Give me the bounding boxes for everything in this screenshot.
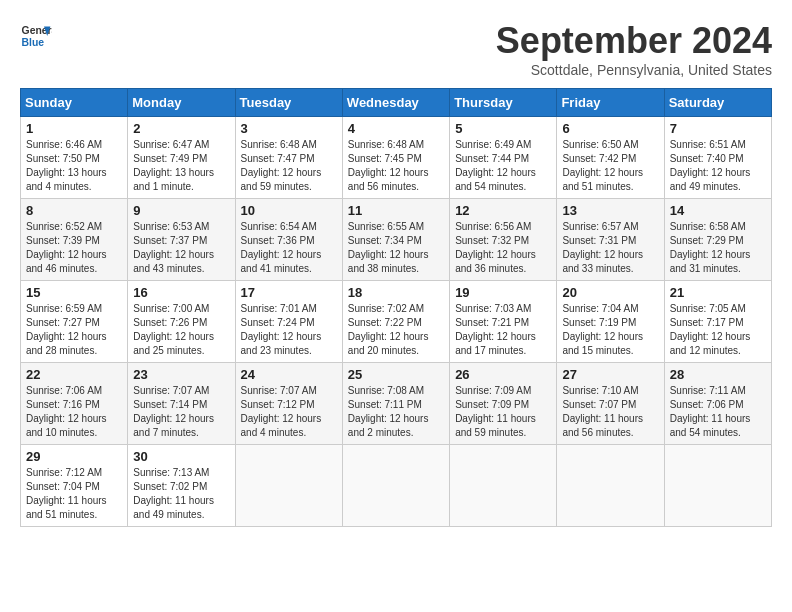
day-info: Sunrise: 6:58 AMSunset: 7:29 PMDaylight:… [670,220,766,276]
calendar-cell [235,445,342,527]
day-number: 10 [241,203,337,218]
day-number: 6 [562,121,658,136]
day-number: 27 [562,367,658,382]
calendar-cell: 1Sunrise: 6:46 AMSunset: 7:50 PMDaylight… [21,117,128,199]
calendar-cell: 17Sunrise: 7:01 AMSunset: 7:24 PMDayligh… [235,281,342,363]
day-number: 24 [241,367,337,382]
calendar-cell: 12Sunrise: 6:56 AMSunset: 7:32 PMDayligh… [450,199,557,281]
day-info: Sunrise: 7:07 AMSunset: 7:12 PMDaylight:… [241,384,337,440]
calendar-week-row: 22Sunrise: 7:06 AMSunset: 7:16 PMDayligh… [21,363,772,445]
day-header-saturday: Saturday [664,89,771,117]
day-info: Sunrise: 6:52 AMSunset: 7:39 PMDaylight:… [26,220,122,276]
day-number: 17 [241,285,337,300]
calendar-cell: 3Sunrise: 6:48 AMSunset: 7:47 PMDaylight… [235,117,342,199]
day-info: Sunrise: 7:13 AMSunset: 7:02 PMDaylight:… [133,466,229,522]
calendar-week-row: 8Sunrise: 6:52 AMSunset: 7:39 PMDaylight… [21,199,772,281]
calendar-week-row: 15Sunrise: 6:59 AMSunset: 7:27 PMDayligh… [21,281,772,363]
day-number: 12 [455,203,551,218]
day-number: 16 [133,285,229,300]
logo-icon: General Blue [20,20,52,52]
day-number: 14 [670,203,766,218]
day-number: 8 [26,203,122,218]
day-info: Sunrise: 6:48 AMSunset: 7:45 PMDaylight:… [348,138,444,194]
day-info: Sunrise: 6:59 AMSunset: 7:27 PMDaylight:… [26,302,122,358]
calendar-cell: 6Sunrise: 6:50 AMSunset: 7:42 PMDaylight… [557,117,664,199]
calendar-cell: 16Sunrise: 7:00 AMSunset: 7:26 PMDayligh… [128,281,235,363]
calendar-cell: 9Sunrise: 6:53 AMSunset: 7:37 PMDaylight… [128,199,235,281]
day-number: 9 [133,203,229,218]
day-info: Sunrise: 6:57 AMSunset: 7:31 PMDaylight:… [562,220,658,276]
calendar-cell [342,445,449,527]
day-info: Sunrise: 6:50 AMSunset: 7:42 PMDaylight:… [562,138,658,194]
calendar-cell: 5Sunrise: 6:49 AMSunset: 7:44 PMDaylight… [450,117,557,199]
title-block: September 2024 Scottdale, Pennsylvania, … [496,20,772,78]
day-info: Sunrise: 7:07 AMSunset: 7:14 PMDaylight:… [133,384,229,440]
day-number: 25 [348,367,444,382]
day-info: Sunrise: 7:08 AMSunset: 7:11 PMDaylight:… [348,384,444,440]
calendar-cell: 29Sunrise: 7:12 AMSunset: 7:04 PMDayligh… [21,445,128,527]
calendar-cell: 28Sunrise: 7:11 AMSunset: 7:06 PMDayligh… [664,363,771,445]
day-info: Sunrise: 6:48 AMSunset: 7:47 PMDaylight:… [241,138,337,194]
day-info: Sunrise: 7:02 AMSunset: 7:22 PMDaylight:… [348,302,444,358]
calendar-cell: 15Sunrise: 6:59 AMSunset: 7:27 PMDayligh… [21,281,128,363]
page-header: General Blue September 2024 Scottdale, P… [20,20,772,78]
day-number: 2 [133,121,229,136]
day-number: 18 [348,285,444,300]
location: Scottdale, Pennsylvania, United States [496,62,772,78]
day-number: 13 [562,203,658,218]
calendar-cell: 24Sunrise: 7:07 AMSunset: 7:12 PMDayligh… [235,363,342,445]
day-info: Sunrise: 6:51 AMSunset: 7:40 PMDaylight:… [670,138,766,194]
day-number: 28 [670,367,766,382]
logo: General Blue [20,20,52,52]
day-info: Sunrise: 7:11 AMSunset: 7:06 PMDaylight:… [670,384,766,440]
day-number: 4 [348,121,444,136]
day-number: 19 [455,285,551,300]
day-info: Sunrise: 6:56 AMSunset: 7:32 PMDaylight:… [455,220,551,276]
calendar-cell: 2Sunrise: 6:47 AMSunset: 7:49 PMDaylight… [128,117,235,199]
day-number: 30 [133,449,229,464]
calendar-body: 1Sunrise: 6:46 AMSunset: 7:50 PMDaylight… [21,117,772,527]
calendar-cell: 27Sunrise: 7:10 AMSunset: 7:07 PMDayligh… [557,363,664,445]
day-info: Sunrise: 7:05 AMSunset: 7:17 PMDaylight:… [670,302,766,358]
day-info: Sunrise: 7:01 AMSunset: 7:24 PMDaylight:… [241,302,337,358]
day-number: 15 [26,285,122,300]
day-info: Sunrise: 6:47 AMSunset: 7:49 PMDaylight:… [133,138,229,194]
calendar-cell [557,445,664,527]
day-number: 29 [26,449,122,464]
day-info: Sunrise: 7:03 AMSunset: 7:21 PMDaylight:… [455,302,551,358]
calendar-cell: 10Sunrise: 6:54 AMSunset: 7:36 PMDayligh… [235,199,342,281]
day-info: Sunrise: 7:12 AMSunset: 7:04 PMDaylight:… [26,466,122,522]
calendar-cell: 13Sunrise: 6:57 AMSunset: 7:31 PMDayligh… [557,199,664,281]
calendar-cell: 30Sunrise: 7:13 AMSunset: 7:02 PMDayligh… [128,445,235,527]
calendar-cell: 4Sunrise: 6:48 AMSunset: 7:45 PMDaylight… [342,117,449,199]
day-number: 23 [133,367,229,382]
calendar-cell: 22Sunrise: 7:06 AMSunset: 7:16 PMDayligh… [21,363,128,445]
calendar-cell: 23Sunrise: 7:07 AMSunset: 7:14 PMDayligh… [128,363,235,445]
day-number: 11 [348,203,444,218]
calendar-cell: 19Sunrise: 7:03 AMSunset: 7:21 PMDayligh… [450,281,557,363]
day-number: 1 [26,121,122,136]
day-info: Sunrise: 6:53 AMSunset: 7:37 PMDaylight:… [133,220,229,276]
day-number: 7 [670,121,766,136]
day-header-tuesday: Tuesday [235,89,342,117]
day-info: Sunrise: 6:46 AMSunset: 7:50 PMDaylight:… [26,138,122,194]
calendar-cell: 18Sunrise: 7:02 AMSunset: 7:22 PMDayligh… [342,281,449,363]
calendar-cell: 11Sunrise: 6:55 AMSunset: 7:34 PMDayligh… [342,199,449,281]
calendar-week-row: 29Sunrise: 7:12 AMSunset: 7:04 PMDayligh… [21,445,772,527]
day-number: 5 [455,121,551,136]
day-number: 3 [241,121,337,136]
svg-text:Blue: Blue [22,37,45,48]
day-header-monday: Monday [128,89,235,117]
calendar-cell: 26Sunrise: 7:09 AMSunset: 7:09 PMDayligh… [450,363,557,445]
calendar-cell: 14Sunrise: 6:58 AMSunset: 7:29 PMDayligh… [664,199,771,281]
calendar-table: SundayMondayTuesdayWednesdayThursdayFrid… [20,88,772,527]
calendar-cell: 20Sunrise: 7:04 AMSunset: 7:19 PMDayligh… [557,281,664,363]
day-header-wednesday: Wednesday [342,89,449,117]
calendar-cell [450,445,557,527]
calendar-cell: 7Sunrise: 6:51 AMSunset: 7:40 PMDaylight… [664,117,771,199]
day-number: 21 [670,285,766,300]
day-info: Sunrise: 7:06 AMSunset: 7:16 PMDaylight:… [26,384,122,440]
calendar-week-row: 1Sunrise: 6:46 AMSunset: 7:50 PMDaylight… [21,117,772,199]
day-info: Sunrise: 6:49 AMSunset: 7:44 PMDaylight:… [455,138,551,194]
day-number: 20 [562,285,658,300]
